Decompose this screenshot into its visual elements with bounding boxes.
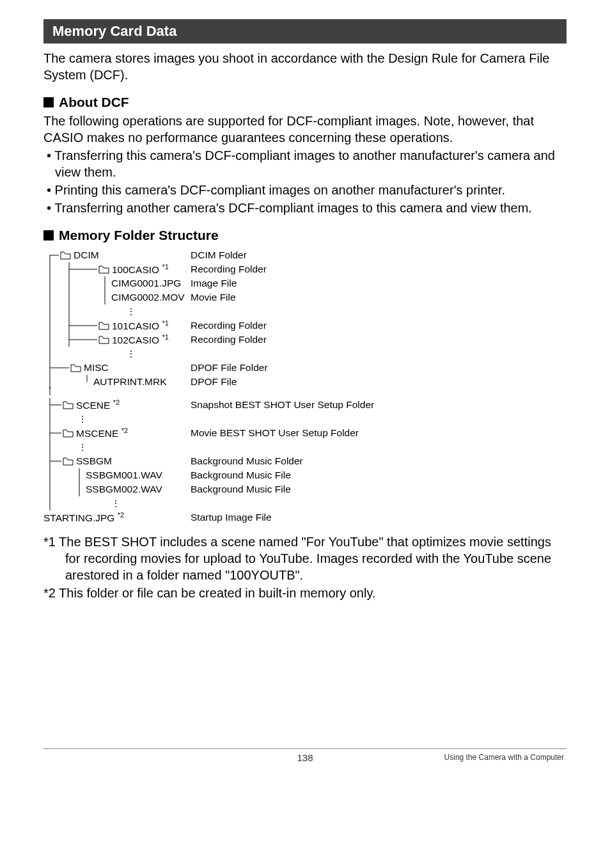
tree-item-desc: Background Music File [191,470,291,481]
tree-item-label: SSBGM002.WAV [86,484,162,495]
footnote-2: *2 This folder or file can be created in… [43,585,567,601]
tree-item-label: SSBGM001.WAV [86,470,162,481]
folder-icon [63,429,74,438]
tree-item-label: MISC [84,362,109,374]
list-item: Transferring another camera's DCF-compli… [43,200,567,216]
subheading-about-dcf: About DCF [43,95,567,110]
ellipsis-icon: ⋮ [127,310,136,313]
subheading-folder-structure: Memory Folder Structure [43,228,567,243]
bullet-list: Transferring this camera's DCF-compliant… [43,147,567,216]
tree-item-label: 101CASIO *1 [112,319,169,332]
tree-item-label: CIMG0001.JPG [111,278,181,289]
ellipsis-icon: ⋮ [78,417,87,421]
tree-item-label: STARTING.JPG *2 [43,511,124,524]
ellipsis-icon: ⋮ [111,501,120,505]
ellipsis-icon: ⋮ [78,445,87,449]
list-item: Transferring this camera's DCF-compliant… [43,147,567,180]
square-bullet-icon [43,97,54,107]
folder-icon [98,322,109,330]
folder-tree: DCIM DCIM Folder 100CASIO *1 Recording F… [43,248,567,525]
folder-icon [98,265,109,274]
footnote-1: *1 The BEST SHOT includes a scene named … [43,533,567,583]
ellipsis-icon: ⋮ [127,352,136,356]
section-title: Memory Card Data [43,19,567,43]
tree-item-desc: DCIM Folder [191,249,247,261]
tree-item-label: DCIM [74,249,99,261]
subheading-label: About DCF [59,95,129,110]
tree-item-label: SCENE *2 [76,398,120,411]
tree-item-label: AUTPRINT.MRK [93,376,167,388]
folder-icon [98,336,109,344]
folder-icon [60,251,71,260]
tree-item-desc: Recording Folder [191,320,267,331]
footer-section-name: Using the Camera with a Computer [444,753,564,762]
tree-item-desc: DPOF File [191,376,237,388]
tree-item-label: MSCENE *2 [76,427,128,439]
tree-item-desc: Background Music Folder [191,455,303,467]
tree-item-label: 102CASIO *1 [112,333,169,346]
tree-item-desc: Snapshot BEST SHOT User Setup Folder [191,399,374,411]
tree-item-desc: Image File [191,278,237,289]
tree-item-desc: Movie BEST SHOT User Setup Folder [191,427,359,439]
page-number: 138 [297,752,313,763]
sub1-text: The following operations are supported f… [43,113,567,146]
tree-item-label: CIMG0002.MOV [111,292,185,303]
tree-item-desc: Startup Image File [191,512,272,523]
subheading-label: Memory Folder Structure [59,228,219,243]
folder-icon [63,401,74,409]
tree-item-desc: DPOF File Folder [191,362,268,374]
tree-item-label: SSBGM [76,455,112,467]
tree-item-desc: Movie File [191,292,236,303]
page-footer: 138 Using the Camera with a Computer [43,748,567,762]
folder-icon [70,364,81,372]
tree-item-desc: Recording Folder [191,334,267,345]
tree-item-label: 100CASIO *1 [112,263,169,276]
intro-text: The camera stores images you shoot in ac… [43,50,567,83]
tree-item-desc: Recording Folder [191,264,267,275]
folder-icon [63,457,74,466]
tree-item-desc: Background Music File [191,484,291,495]
square-bullet-icon [43,230,54,241]
list-item: Printing this camera's DCF-compliant ima… [43,182,567,198]
